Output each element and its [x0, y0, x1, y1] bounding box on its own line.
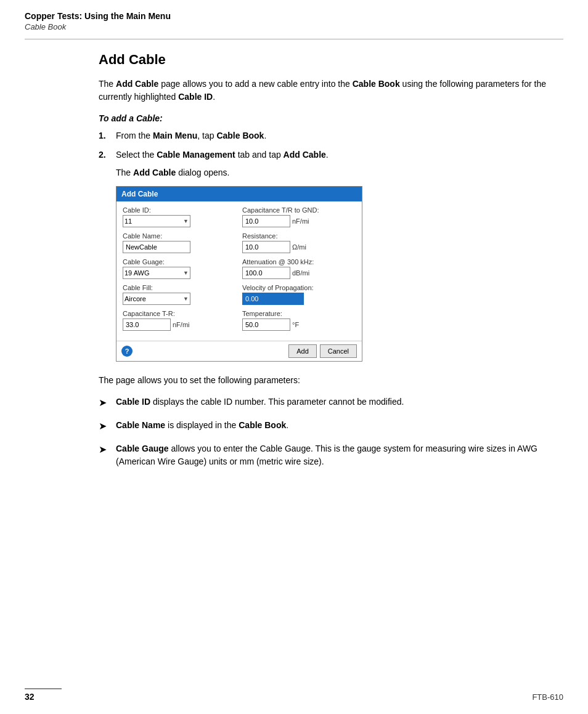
procedure-title: To add a Cable: — [99, 113, 563, 123]
help-button[interactable]: ? — [121, 346, 133, 357]
field-group-attenuation: Attenuation @ 300 kHz: dB/mi — [242, 258, 356, 279]
dialog-right-col: Capacitance T/R to GND: nF/mi Resistance… — [242, 206, 356, 336]
step-1-cable-book: Cable Book — [216, 131, 264, 140]
param-arrow-cable-id: ➤ — [99, 396, 111, 410]
temperature-row: °F — [242, 318, 356, 331]
cable-fill-value: Aircore — [125, 295, 146, 302]
velocity-input[interactable] — [242, 293, 304, 305]
field-group-cap-tr: Capacitance T-R: nF/mi — [123, 310, 236, 331]
cap-gnd-unit: nF/mi — [292, 217, 309, 225]
param-list: ➤ Cable ID displays the cable ID number.… — [99, 396, 563, 468]
step-1-content: From the Main Menu, tap Cable Book. — [116, 129, 563, 142]
param-cable-id: ➤ Cable ID displays the cable ID number.… — [99, 396, 563, 410]
step-1-main-menu: Main Menu — [153, 131, 197, 140]
intro-bold-cable-id: Cable ID — [178, 92, 213, 102]
params-intro: The page allows you to set the following… — [99, 374, 563, 387]
footer-product: FTB-610 — [532, 692, 563, 702]
step-2-content: Select the Cable Management tab and tap … — [116, 148, 563, 161]
page-container: Copper Tests: Using the Main Menu Cable … — [0, 0, 588, 714]
cable-fill-label: Cable Fill: — [123, 284, 236, 291]
intro-paragraph: The Add Cable page allows you to add a n… — [99, 78, 563, 103]
param-arrow-cable-name: ➤ — [99, 419, 111, 434]
resistance-unit: Ω/mi — [292, 243, 306, 251]
header-title: Copper Tests: Using the Main Menu — [25, 11, 563, 21]
resistance-row: Ω/mi — [242, 241, 356, 253]
temperature-unit: °F — [292, 321, 299, 328]
field-group-temperature: Temperature: °F — [242, 310, 356, 331]
dialog-body: Cable ID: 11 ▼ Cable Name: — [116, 201, 362, 341]
velocity-row — [242, 293, 356, 305]
step-2-number: 2. — [99, 148, 113, 161]
cancel-button[interactable]: Cancel — [320, 344, 357, 358]
cap-tr-label: Capacitance T-R: — [123, 310, 236, 317]
field-group-cap-gnd: Capacitance T/R to GND: nF/mi — [242, 206, 356, 227]
cable-gauge-value: 19 AWG — [125, 269, 150, 277]
intro-bold-add-cable: Add Cable — [116, 79, 158, 89]
footer-left: 32 — [25, 688, 62, 702]
resistance-label: Resistance: — [242, 232, 356, 240]
cap-gnd-input[interactable] — [242, 215, 290, 227]
param-arrow-cable-gauge: ➤ — [99, 442, 111, 457]
param-cable-gauge: ➤ Cable Gauge allows you to enter the Ca… — [99, 442, 563, 468]
resistance-input[interactable] — [242, 241, 290, 253]
field-group-cable-id: Cable ID: 11 ▼ — [123, 206, 236, 227]
footer-buttons: Add Cancel — [288, 344, 357, 358]
temperature-input[interactable] — [242, 318, 290, 331]
footer-line — [25, 688, 62, 689]
cable-id-arrow: ▼ — [183, 218, 189, 224]
dialog-left-col: Cable ID: 11 ▼ Cable Name: — [123, 206, 236, 336]
param-cable-book: Cable Book — [239, 420, 286, 430]
field-group-cable-gauge: Cable Guage: 19 AWG ▼ — [123, 258, 236, 279]
page-number: 32 — [25, 692, 35, 702]
cable-gauge-label: Cable Guage: — [123, 258, 236, 266]
dialog-opens-bold: Add Cable — [133, 168, 176, 177]
param-content-cable-name: Cable Name is displayed in the Cable Boo… — [116, 419, 563, 432]
param-content-cable-id: Cable ID displays the cable ID number. T… — [116, 396, 563, 408]
velocity-label: Velocity of Propagation: — [242, 284, 356, 291]
intro-bold-cable-book: Cable Book — [353, 79, 400, 89]
dialog-wrapper: Add Cable Cable ID: 11 ▼ — [116, 186, 563, 362]
step-1-number: 1. — [99, 129, 113, 142]
field-group-velocity: Velocity of Propagation: — [242, 284, 356, 305]
cable-name-label: Cable Name: — [123, 232, 236, 240]
cable-name-input[interactable] — [123, 241, 190, 253]
step-2-cable-mgmt: Cable Management — [157, 150, 235, 160]
cable-id-label: Cable ID: — [123, 206, 236, 214]
step-2-add-cable: Add Cable — [284, 150, 326, 160]
param-name-cable-id: Cable ID — [116, 397, 150, 407]
cap-tr-unit: nF/mi — [173, 321, 190, 328]
param-cable-name: ➤ Cable Name is displayed in the Cable B… — [99, 419, 563, 434]
cable-gauge-arrow: ▼ — [183, 270, 189, 276]
cable-gauge-select[interactable]: 19 AWG ▼ — [123, 267, 190, 279]
step-2: 2. Select the Cable Management tab and t… — [99, 148, 563, 161]
cable-id-value: 11 — [125, 217, 132, 225]
cable-id-select[interactable]: 11 ▼ — [123, 215, 190, 227]
dialog-footer: ? Add Cancel — [116, 341, 362, 361]
cap-tr-input[interactable] — [123, 318, 171, 331]
field-group-cable-name: Cable Name: — [123, 232, 236, 253]
main-content: Add Cable The Add Cable page allows you … — [0, 39, 588, 501]
cable-fill-select[interactable]: Aircore ▼ — [123, 293, 190, 305]
cap-gnd-row: nF/mi — [242, 215, 356, 227]
page-footer: 32 FTB-610 — [0, 688, 588, 702]
steps-list: 1. From the Main Menu, tap Cable Book. 2… — [99, 129, 563, 161]
field-group-resistance: Resistance: Ω/mi — [242, 232, 356, 253]
cap-tr-row: nF/mi — [123, 318, 236, 331]
dialog-box: Add Cable Cable ID: 11 ▼ — [116, 186, 362, 362]
header-subtitle: Cable Book — [25, 22, 563, 31]
param-content-cable-gauge: Cable Gauge allows you to enter the Cabl… — [116, 442, 563, 468]
attenuation-unit: dB/mi — [292, 269, 309, 277]
add-button[interactable]: Add — [288, 344, 317, 358]
dialog-titlebar: Add Cable — [116, 187, 362, 201]
cap-gnd-label: Capacitance T/R to GND: — [242, 206, 356, 214]
attenuation-label: Attenuation @ 300 kHz: — [242, 258, 356, 266]
field-group-cable-fill: Cable Fill: Aircore ▼ — [123, 284, 236, 305]
step-1: 1. From the Main Menu, tap Cable Book. — [99, 129, 563, 142]
header: Copper Tests: Using the Main Menu Cable … — [0, 0, 588, 35]
attenuation-row: dB/mi — [242, 267, 356, 279]
param-name-cable-name: Cable Name — [116, 420, 165, 430]
section-title: Add Cable — [99, 52, 563, 68]
param-name-cable-gauge: Cable Gauge — [116, 444, 169, 453]
dialog-opens-text: The Add Cable dialog opens. — [116, 168, 563, 177]
attenuation-input[interactable] — [242, 267, 290, 279]
